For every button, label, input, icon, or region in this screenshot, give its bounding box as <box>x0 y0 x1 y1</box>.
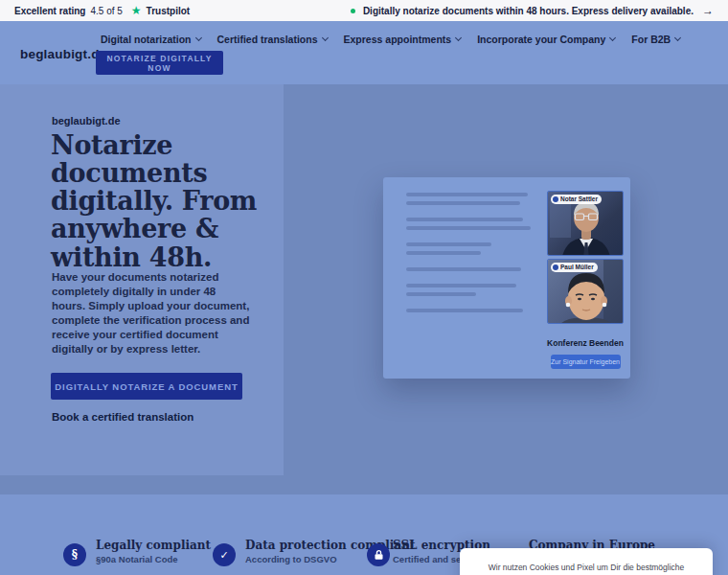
hero-eyebrow: beglaubigt.de <box>52 115 121 126</box>
cookie-text: Wir nutzen Cookies und Pixel um Dir die … <box>460 563 713 572</box>
chevron-down-icon <box>674 34 681 41</box>
chevron-down-icon <box>321 34 328 41</box>
book-translation-link[interactable]: Book a certified translation <box>52 411 193 423</box>
shield-check-icon: ✓ <box>213 543 236 566</box>
trustpilot-star-icon: ★ <box>131 5 142 16</box>
promo-text: Digitally notarize documents within 48 h… <box>363 6 694 16</box>
promo-banner-link[interactable]: Digitally notarize documents within 48 h… <box>351 4 714 17</box>
trustpilot-rating[interactable]: Excellent rating 4.5 of 5 ★ Trustpilot <box>14 5 190 16</box>
nav-item-for-b2b[interactable]: For B2B <box>631 34 680 45</box>
end-conference-label: Konferenz Beenden <box>547 338 624 348</box>
badge-legally-compliant: Legally compliant §90a Notarial Code <box>96 539 211 564</box>
chevron-down-icon <box>609 34 616 41</box>
chevron-down-icon <box>194 34 201 41</box>
participant-video-notary: Notar Sattler <box>547 191 624 256</box>
nav-item-digital-notarization[interactable]: Digital notarization <box>101 34 201 45</box>
green-dot-icon <box>351 9 355 13</box>
rating-label: Excellent rating <box>14 6 85 16</box>
nav-item-certified-translations[interactable]: Certified translations <box>217 34 328 45</box>
logo[interactable]: beglaubigt.de <box>20 47 106 61</box>
avatar-icon <box>553 264 558 270</box>
main-nav: beglaubigt.de Digital notarization Certi… <box>0 21 728 84</box>
hero-section: beglaubigt.de Notarize documents digital… <box>0 84 728 494</box>
hero-description: Have your documents notarized completely… <box>52 270 251 356</box>
participant-name-chip: Paul Müller <box>551 263 598 272</box>
chevron-down-icon <box>455 34 462 41</box>
avatar-icon <box>553 196 558 202</box>
announcement-bar: Excellent rating 4.5 of 5 ★ Trustpilot D… <box>0 0 728 21</box>
nav-item-incorporate-company[interactable]: Incorporate your Company <box>477 34 615 45</box>
nav-menu: Digital notarization Certified translati… <box>101 34 680 45</box>
nav-item-express-appointments[interactable]: Express appointments <box>344 34 462 45</box>
beglaubigt-landing-page: Excellent rating 4.5 of 5 ★ Trustpilot D… <box>0 0 728 575</box>
cookie-banner: Wir nutzen Cookies und Pixel um Dir die … <box>460 548 713 575</box>
participant-video-client: Paul Müller <box>547 259 624 324</box>
participant-name-chip: Notar Sattler <box>551 195 602 204</box>
release-signature-button: Zur Signatur Freigeben <box>551 355 621 369</box>
arrow-right-icon: → <box>702 4 714 17</box>
notarize-now-button[interactable]: NOTARIZE DIGITALLY NOW <box>96 51 223 75</box>
hero-heading: Notarize documents digitally. From anywh… <box>51 131 260 271</box>
paragraph-icon: § <box>63 543 86 566</box>
trustpilot-label: Trustpilot <box>147 6 191 16</box>
rating-score: 4.5 of 5 <box>90 6 122 16</box>
document-preview <box>406 191 535 369</box>
conference-column: Notar Sattler <box>547 191 624 369</box>
digitally-notarize-button[interactable]: DIGITALLY NOTARIZE A DOCUMENT <box>51 373 242 400</box>
conference-mockup-card: Notar Sattler <box>383 177 630 379</box>
lock-icon <box>367 543 390 566</box>
badge-data-protection: Data protection compliant According to D… <box>245 539 415 564</box>
